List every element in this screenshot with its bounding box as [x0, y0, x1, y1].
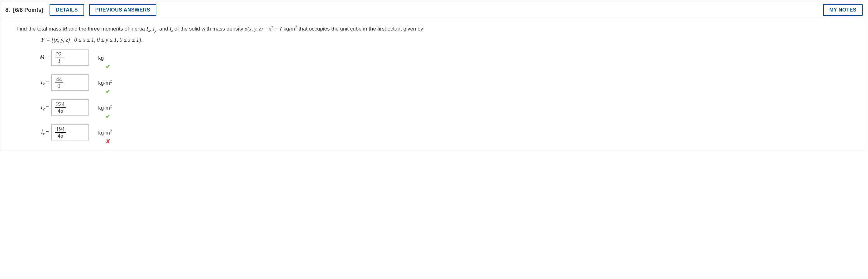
fraction: 44 9: [55, 76, 63, 89]
answer-row-Iz: Iz = 194 45 kg-m2 ✘: [26, 124, 851, 141]
answer-label: Iy: [26, 104, 44, 112]
answer-row-Iy: Iy = 224 45 kg-m2 ✔: [26, 99, 851, 116]
answer-row-Ix: Ix = 44 9 kg-m2 ✔: [26, 74, 851, 91]
fraction: 194 45: [55, 126, 66, 138]
question-number: 8. [6/8 Points]: [5, 7, 43, 13]
answer-label: Ix: [26, 79, 44, 87]
question-prompt: Find the total mass M and the three mome…: [17, 24, 851, 34]
answer-label: M: [26, 54, 44, 62]
answers-block: M = 22 3 kg ✔ Ix = 44 9: [26, 50, 851, 141]
check-icon: ✔: [105, 63, 110, 70]
check-icon: ✔: [105, 88, 110, 95]
answer-input-Iy[interactable]: 224 45: [52, 99, 89, 116]
fraction: 22 3: [55, 52, 63, 64]
unit-label: kg-m2: [98, 79, 112, 86]
equals-sign: =: [46, 104, 49, 111]
answer-label: Iz: [26, 129, 44, 136]
answer-input-Ix[interactable]: 44 9: [52, 74, 89, 91]
question-container: 8. [6/8 Points] DETAILS PREVIOUS ANSWERS…: [1, 1, 867, 151]
my-notes-button[interactable]: MY NOTES: [823, 4, 863, 16]
equals-sign: =: [46, 55, 49, 61]
unit-label: kg-m2: [98, 104, 112, 111]
equals-sign: =: [46, 129, 49, 136]
check-icon: ✔: [105, 113, 110, 120]
equals-sign: =: [46, 80, 49, 86]
details-button[interactable]: DETAILS: [50, 4, 84, 16]
previous-answers-button[interactable]: PREVIOUS ANSWERS: [89, 4, 156, 16]
cross-icon: ✘: [105, 138, 110, 145]
answer-input-M[interactable]: 22 3: [52, 50, 89, 66]
set-definition: F = {(x, y, z) | 0 ≤ x ≤ 1, 0 ≤ y ≤ 1, 0…: [41, 37, 851, 43]
answer-row-M: M = 22 3 kg ✔: [26, 50, 851, 66]
answer-input-Iz[interactable]: 194 45: [52, 124, 89, 141]
question-body: Find the total mass M and the three mome…: [1, 19, 867, 151]
question-header: 8. [6/8 Points] DETAILS PREVIOUS ANSWERS…: [1, 1, 867, 19]
fraction: 224 45: [55, 101, 66, 114]
unit-label: kg: [98, 54, 104, 61]
unit-label: kg-m2: [98, 129, 112, 136]
